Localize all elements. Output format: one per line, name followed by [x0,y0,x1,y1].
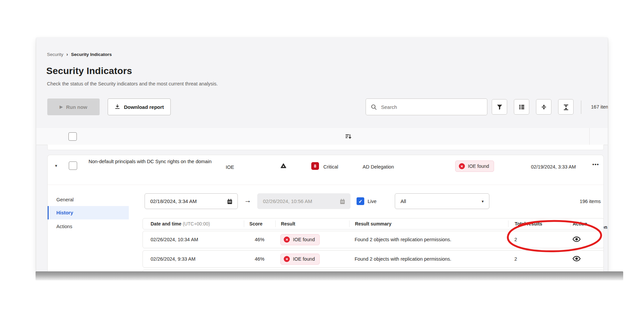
page-title: Security Indicators [46,66,132,76]
history-summary: Found 2 objects with replication permiss… [349,237,508,242]
scrolled-row-sliver [47,145,604,150]
column-settings-icon [518,104,525,111]
filter-button[interactable] [492,99,507,115]
history-column-summary[interactable]: Result summary [349,220,508,227]
check-icon: ✓ [359,199,363,204]
screenshot-page: Security › Security Indicators Security … [0,0,644,329]
history-column-result[interactable]: Result [275,220,349,227]
breadcrumb-security-indicators: Security Indicators [71,52,112,57]
history-column-score[interactable]: Score [244,220,276,227]
filter-icon [496,104,503,111]
result-badge: ✕ IOE found [455,160,494,172]
row-divider [48,185,604,185]
run-now-button[interactable]: ▶ Run now [47,98,100,115]
history-header-row: Date and time (UTC+00:00) Score Result R… [143,218,604,229]
calendar-icon [226,198,233,205]
view-result-button[interactable] [572,254,581,263]
category-value: AD Delegation [363,164,394,170]
bottom-cutoff-shadow [36,271,623,280]
chevron-right-icon: › [66,51,68,57]
history-result-cell: ✕ IOE found [275,234,349,245]
history-date: 02/26/2024, 9:33 AM [143,256,244,262]
target-domain-icon [280,162,287,169]
history-total-results: 2 [508,237,570,242]
history-column-total[interactable]: Total results [508,220,570,227]
sort-descending-icon[interactable] [345,133,352,140]
calendar-icon-disabled [339,198,346,205]
live-label: Live [368,199,377,204]
error-circle-icon: ✕ [284,237,290,243]
latest-alert-value: 02/19/2024, 3:33 AM [531,164,576,170]
search-box [366,98,487,115]
indicator-type-value: IOE [226,164,234,170]
view-result-button[interactable] [572,235,581,244]
run-now-label: Run now [66,104,87,110]
tab-actions[interactable]: Actions [56,224,72,229]
download-report-label: Download report [124,104,164,110]
row-height-icon [540,104,547,111]
row-height-button[interactable] [536,99,551,115]
collapse-rows-button[interactable] [558,99,574,115]
date-to-input: 02/26/2024, 10:56 AM [257,193,351,209]
page-subtitle: Check the status of the Security indicat… [47,81,218,86]
history-row-2[interactable]: 02/26/2024, 9:33 AM 46% ✕ IOE found Foun… [143,250,604,268]
severity-score-badge: 8 [311,162,319,170]
history-score: 46% [244,256,276,262]
play-icon: ▶ [60,105,63,109]
history-date: 02/26/2024, 10:34 AM [143,237,244,242]
history-items-count: 196 items [580,199,601,204]
tab-history-active-bar [48,206,49,219]
arrow-right-icon: → [244,196,251,204]
history-column-date[interactable]: Date and time (UTC+00:00) [143,220,244,227]
error-circle-icon: ✕ [284,256,290,262]
select-all-checkbox[interactable] [68,132,77,141]
tab-history[interactable]: History [56,210,73,215]
indicator-name[interactable]: Non-default principals with DC Sync righ… [89,158,227,165]
collapse-rows-icon [562,104,570,111]
more-actions-button[interactable]: ••• [592,161,599,167]
column-settings-button[interactable] [514,99,529,115]
live-checkbox[interactable]: ✓ [357,197,364,205]
toolbar-divider [581,101,581,114]
history-summary: Found 2 objects with replication permiss… [349,256,508,262]
download-icon [114,104,120,110]
history-column-action[interactable]: Action [570,220,604,227]
breadcrumb: Security › Security Indicators [47,52,112,57]
severity-label: Critical [323,164,338,170]
search-icon [371,104,377,110]
date-from-input[interactable]: 02/18/2024, 3:34 AM [145,193,238,209]
result-badge: ✕ IOE found [280,254,319,265]
category-filter-select[interactable]: All ▾ [395,193,489,209]
indicators-items-count: 167 items [591,104,608,110]
indicators-header-row: Indicator Indicator type Target Severity… [36,128,608,145]
download-report-button[interactable]: Download report [108,98,171,115]
history-score: 46% [244,237,276,242]
breadcrumb-security[interactable]: Security [47,52,63,57]
history-total-results: 2 [508,256,570,262]
result-badge: ✕ IOE found [280,234,319,245]
security-indicators-card: Security › Security Indicators Security … [36,38,608,272]
tab-general[interactable]: General [56,197,74,202]
indicator-expanded-card: ▾ Non-default principals with DC Sync ri… [47,155,604,272]
eye-icon [572,235,581,244]
search-input[interactable] [380,104,482,110]
history-column-date-timezone: (UTC+00:00) [183,221,210,226]
result-badge-label: IOE found [468,163,489,169]
history-action-cell [570,254,604,264]
history-row-1[interactable]: 02/26/2024, 10:34 AM 46% ✕ IOE found Fou… [143,231,604,248]
history-action-cell [570,235,604,245]
eye-icon [572,254,581,263]
chevron-down-icon: ▾ [482,199,484,204]
error-circle-icon: ✕ [459,163,465,169]
row-checkbox[interactable] [69,161,77,170]
history-result-cell: ✕ IOE found [275,254,349,265]
collapse-caret-icon[interactable]: ▾ [55,163,57,168]
